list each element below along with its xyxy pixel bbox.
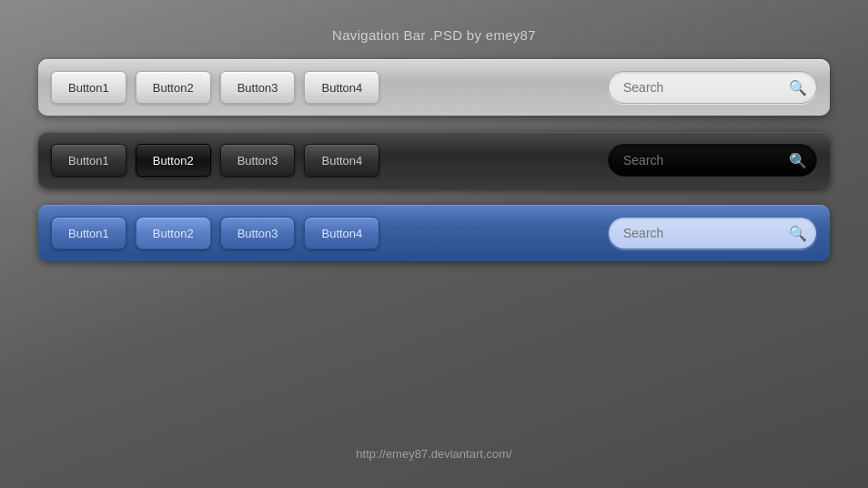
search-icon-light[interactable]: 🔍 xyxy=(789,79,807,97)
search-input-blue[interactable] xyxy=(623,226,789,240)
search-box-light: 🔍 xyxy=(608,71,817,104)
nav-btn-4-blue[interactable]: Button4 xyxy=(304,217,379,249)
nav-btn-3-dark[interactable]: Button3 xyxy=(220,144,296,177)
search-icon-dark[interactable]: 🔍 xyxy=(789,152,807,169)
search-icon-blue[interactable]: 🔍 xyxy=(789,225,807,242)
search-input-dark[interactable] xyxy=(623,153,789,168)
nav-btn-2-blue[interactable]: Button2 xyxy=(136,217,211,249)
footer-link[interactable]: http://emey87.deviantart.com/ xyxy=(356,447,511,461)
navbar-dark: Button1 Button2 Button3 Button4 🔍 xyxy=(38,132,830,188)
navbar-blue: Button1 Button2 Button3 Button4 🔍 xyxy=(38,205,830,261)
search-box-dark: 🔍 xyxy=(608,144,817,177)
page-title: Navigation Bar .PSD by emey87 xyxy=(332,27,536,43)
nav-btn-2-light[interactable]: Button2 xyxy=(136,71,211,104)
nav-btn-4-dark[interactable]: Button4 xyxy=(304,144,379,177)
nav-btn-1-light[interactable]: Button1 xyxy=(51,71,126,104)
navbar-light: Button1 Button2 Button3 Button4 🔍 xyxy=(38,59,830,116)
nav-btn-1-blue[interactable]: Button1 xyxy=(51,217,126,249)
nav-btn-3-blue[interactable]: Button3 xyxy=(220,217,296,249)
nav-btn-3-light[interactable]: Button3 xyxy=(220,71,296,104)
search-input-light[interactable] xyxy=(623,80,789,95)
nav-btn-2-dark[interactable]: Button2 xyxy=(136,144,211,177)
search-box-blue: 🔍 xyxy=(608,217,817,249)
nav-btn-4-light[interactable]: Button4 xyxy=(304,71,379,104)
nav-btn-1-dark[interactable]: Button1 xyxy=(51,144,126,177)
